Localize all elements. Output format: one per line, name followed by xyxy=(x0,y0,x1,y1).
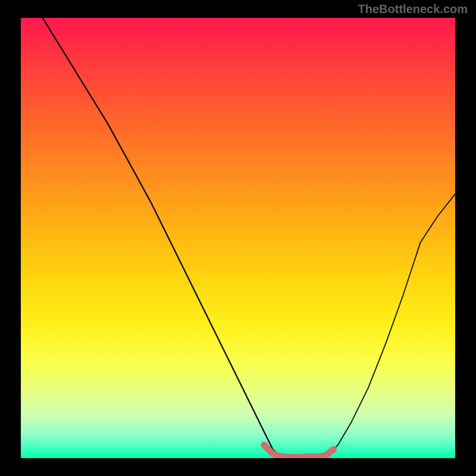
watermark-text: TheBottleneck.com xyxy=(358,2,468,16)
curve-right-path xyxy=(325,194,455,458)
flat-band-path xyxy=(264,445,334,458)
plot-area xyxy=(21,18,455,458)
curve-left-path xyxy=(43,18,282,458)
curves-svg xyxy=(21,18,455,458)
